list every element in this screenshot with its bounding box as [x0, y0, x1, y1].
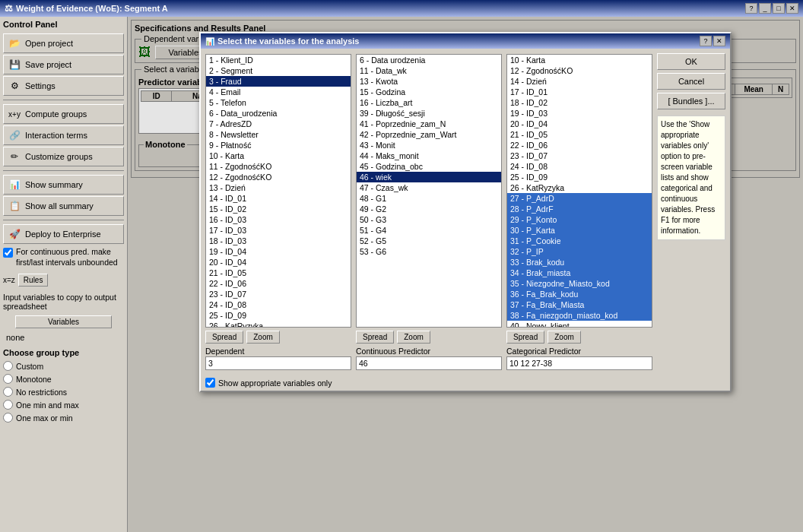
- list-item[interactable]: 43 - Monit: [357, 140, 501, 150]
- radio-no-restrictions-input[interactable]: [3, 387, 13, 397]
- list-item[interactable]: 41 - Poprzednie_zam_N: [357, 119, 501, 129]
- continuous-input[interactable]: [356, 356, 502, 370]
- deploy-button[interactable]: 🚀 Deploy to Enterprise: [3, 224, 124, 244]
- help-button[interactable]: ?: [745, 3, 757, 14]
- list-item[interactable]: 3 - Fraud: [206, 76, 351, 87]
- col3-spread-button[interactable]: Spread: [506, 331, 544, 344]
- list-item[interactable]: 13 - Kwota: [357, 76, 501, 87]
- list-item[interactable]: 18 - ID_02: [507, 97, 652, 108]
- list-item[interactable]: 1 - Klient_ID: [206, 55, 351, 65]
- list-item[interactable]: 24 - ID_08: [206, 299, 351, 310]
- list-item[interactable]: 26 - KatRyzyka: [206, 321, 351, 328]
- list-item[interactable]: 9 - Płatność: [206, 140, 351, 150]
- close-button[interactable]: ✕: [786, 3, 798, 14]
- list-item[interactable]: 52 - G5: [357, 236, 501, 246]
- list-item[interactable]: 11 - ZgodnośćKO: [206, 161, 351, 172]
- list-item[interactable]: 50 - G3: [357, 214, 501, 225]
- list-item[interactable]: 10 - Karta: [206, 150, 351, 161]
- list-item[interactable]: 19 - ID_04: [206, 246, 351, 257]
- list-item[interactable]: 25 - ID_09: [507, 172, 652, 182]
- settings-button[interactable]: ⚙ Settings: [3, 76, 124, 96]
- list-item[interactable]: 21 - ID_05: [206, 268, 351, 278]
- list-item[interactable]: 20 - ID_04: [206, 257, 351, 268]
- list-item[interactable]: 44 - Maks_monit: [357, 150, 501, 161]
- list-item[interactable]: 15 - Godzina: [357, 87, 501, 97]
- list-item[interactable]: 26 - KatRyzyka: [507, 182, 652, 193]
- dependent-input[interactable]: [205, 356, 351, 370]
- list-item[interactable]: 6 - Data urodzenia: [357, 55, 501, 65]
- list-item[interactable]: 53 - G6: [357, 246, 501, 257]
- list-item[interactable]: 35 - Niezgodne_Miasto_kod: [507, 278, 652, 289]
- rules-button[interactable]: Rules: [18, 274, 49, 287]
- list-item[interactable]: 28 - P_AdrF: [507, 204, 652, 214]
- list-item[interactable]: 30 - P_Karta: [507, 225, 652, 236]
- customize-groups-button[interactable]: ✏ Customize groups: [3, 147, 124, 166]
- col3-zoom-button[interactable]: Zoom: [548, 331, 581, 344]
- list-item[interactable]: 4 - Email: [206, 87, 351, 97]
- list-item[interactable]: 21 - ID_05: [507, 129, 652, 140]
- list-item[interactable]: 46 - wiek: [357, 172, 501, 182]
- list-item[interactable]: 2 - Segment: [206, 65, 351, 76]
- list-item[interactable]: 16 - ID_03: [206, 214, 351, 225]
- unbounded-checkbox[interactable]: [3, 248, 13, 258]
- list-item[interactable]: 6 - Data_urodzenia: [206, 108, 351, 119]
- radio-one-max-or-min-input[interactable]: [3, 413, 13, 423]
- list-item[interactable]: 22 - ID_06: [507, 140, 652, 150]
- modal-help-button[interactable]: ?: [700, 36, 712, 46]
- compute-groups-button[interactable]: x+y Compute groups: [3, 104, 124, 124]
- list-item[interactable]: 15 - ID_02: [206, 204, 351, 214]
- radio-custom-input[interactable]: [3, 361, 13, 371]
- list-item[interactable]: 42 - Poprzednie_zam_Wart: [357, 129, 501, 140]
- list-item[interactable]: 10 - Karta: [507, 55, 652, 65]
- list-item[interactable]: 17 - ID_01: [507, 87, 652, 97]
- list-item[interactable]: 31 - P_Cookie: [507, 236, 652, 246]
- list-item[interactable]: 36 - Fa_Brak_kodu: [507, 289, 652, 299]
- list-item[interactable]: 19 - ID_03: [507, 108, 652, 119]
- list-item[interactable]: 7 - AdresZD: [206, 119, 351, 129]
- list-item[interactable]: 12 - ZgodnośćKO: [206, 172, 351, 182]
- show-summary-button[interactable]: 📊 Show summary: [3, 175, 124, 195]
- list-item[interactable]: 11 - Data_wk: [357, 65, 501, 76]
- list-item[interactable]: 16 - Liczba_art: [357, 97, 501, 108]
- list-item[interactable]: 17 - ID_03: [206, 225, 351, 236]
- list-item[interactable]: 14 - ID_01: [206, 193, 351, 204]
- list-item[interactable]: 39 - Długość_sesji: [357, 108, 501, 119]
- variables-button[interactable]: Variables: [15, 315, 112, 328]
- list-item[interactable]: 23 - ID_07: [507, 150, 652, 161]
- list-item[interactable]: 12 - ZgodnośćKO: [507, 65, 652, 76]
- bundles-button[interactable]: [ Bundles ]...: [657, 93, 725, 109]
- list-item[interactable]: 40 - Nowy_klient: [507, 321, 652, 328]
- list-item[interactable]: 48 - G1: [357, 193, 501, 204]
- col2-list[interactable]: 6 - Data urodzenia11 - Data_wk13 - Kwota…: [356, 54, 502, 328]
- categorical-input[interactable]: [506, 356, 652, 370]
- list-item[interactable]: 25 - ID_09: [206, 310, 351, 321]
- list-item[interactable]: 32 - P_IP: [507, 246, 652, 257]
- ok-button[interactable]: OK: [657, 53, 725, 70]
- list-item[interactable]: 5 - Telefon: [206, 97, 351, 108]
- list-item[interactable]: 37 - Fa_Brak_Miasta: [507, 299, 652, 310]
- col2-zoom-button[interactable]: Zoom: [397, 331, 430, 344]
- list-item[interactable]: 51 - G4: [357, 225, 501, 236]
- list-item[interactable]: 14 - Dzień: [507, 76, 652, 87]
- interaction-terms-button[interactable]: 🔗 Interaction terms: [3, 125, 124, 145]
- show-appropriate-checkbox[interactable]: [205, 378, 215, 388]
- list-item[interactable]: 45 - Godzina_obc: [357, 161, 501, 172]
- minimize-button[interactable]: _: [759, 3, 771, 14]
- list-item[interactable]: 47 - Czas_wk: [357, 182, 501, 193]
- open-project-button[interactable]: 📂 Open project: [3, 33, 124, 53]
- list-item[interactable]: 18 - ID_03: [206, 236, 351, 246]
- list-item[interactable]: 27 - P_AdrD: [507, 193, 652, 204]
- modal-close-button[interactable]: ✕: [713, 36, 725, 46]
- maximize-button[interactable]: □: [773, 3, 785, 14]
- list-item[interactable]: 29 - P_Konto: [507, 214, 652, 225]
- list-item[interactable]: 8 - Newsletter: [206, 129, 351, 140]
- save-project-button[interactable]: 💾 Save project: [3, 55, 124, 74]
- list-item[interactable]: 24 - ID_08: [507, 161, 652, 172]
- radio-one-min-max-input[interactable]: [3, 400, 13, 410]
- list-item[interactable]: 34 - Brak_miasta: [507, 268, 652, 278]
- list-item[interactable]: 13 - Dzień: [206, 182, 351, 193]
- col1-list[interactable]: 1 - Klient_ID2 - Segment3 - Fraud4 - Ema…: [205, 54, 351, 328]
- col1-zoom-button[interactable]: Zoom: [246, 331, 280, 344]
- list-item[interactable]: 23 - ID_07: [206, 289, 351, 299]
- col1-spread-button[interactable]: Spread: [205, 331, 243, 344]
